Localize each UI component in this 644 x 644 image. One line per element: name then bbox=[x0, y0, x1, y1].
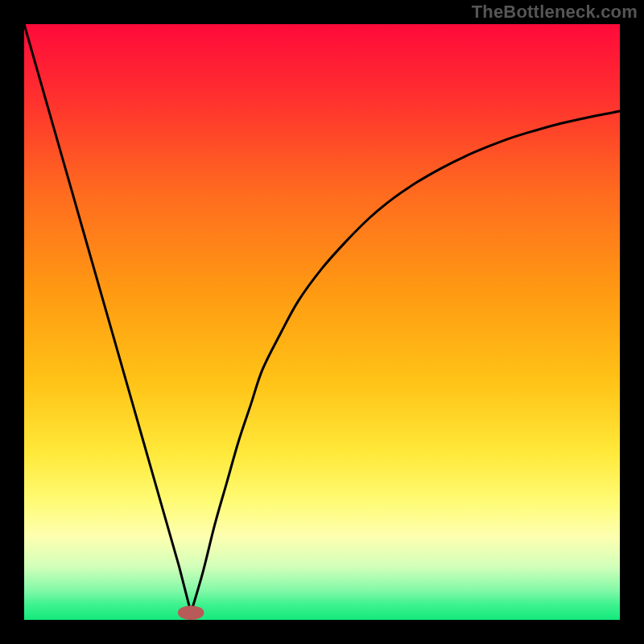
chart-frame: TheBottleneck.com bbox=[0, 0, 644, 644]
watermark-text: TheBottleneck.com bbox=[472, 2, 638, 23]
chart-svg bbox=[24, 24, 620, 620]
gradient-background bbox=[24, 24, 620, 620]
vertex-marker bbox=[178, 605, 204, 620]
plot-area bbox=[24, 24, 620, 620]
